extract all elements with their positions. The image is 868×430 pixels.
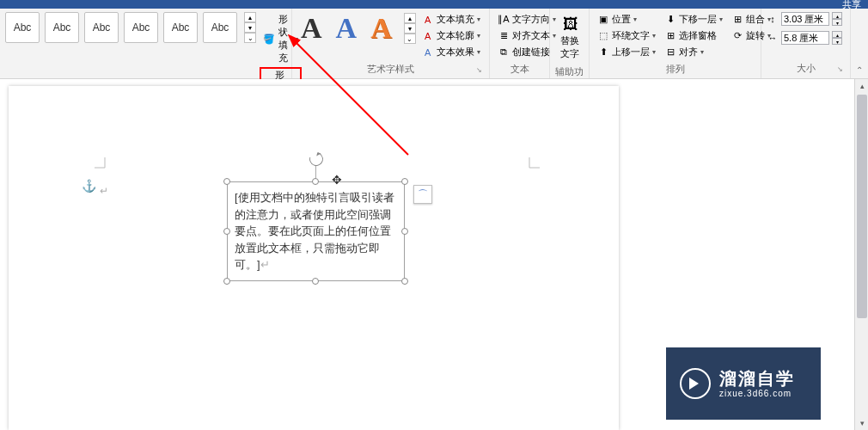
alt-text-button[interactable]: 🖼 替换文字 <box>555 12 586 62</box>
move-cursor-icon: ✥ <box>332 173 342 187</box>
resize-handle[interactable] <box>401 178 408 185</box>
width-input[interactable] <box>781 31 829 45</box>
resize-handle[interactable] <box>312 178 319 185</box>
text-fill-icon: A <box>422 14 434 26</box>
width-field[interactable]: ↔ ▴▾ <box>767 31 842 45</box>
wrap-icon: ⬚ <box>597 30 609 42</box>
scrollbar-thumb[interactable] <box>857 95 867 318</box>
selection-pane-button[interactable]: ⊞选择窗格 <box>662 28 725 43</box>
group-icon: ⊞ <box>731 14 743 26</box>
align-icon: ⊟ <box>664 46 676 58</box>
rotate-handle-icon[interactable] <box>307 150 326 169</box>
paragraph-mark-icon: ↵ <box>260 258 270 271</box>
document-area: ⚓ ↵ [使用文档中的独特引言吸引读者的注意力，或者使用此空间强调要点。要在此页… <box>0 79 868 430</box>
group-label-size: 大小 ↘ <box>767 58 845 75</box>
resize-handle[interactable] <box>223 178 230 185</box>
shape-fill-label: 形状填充 <box>278 13 290 64</box>
layout-options-icon: ⌒ <box>418 187 428 202</box>
position-icon: ▣ <box>597 14 609 26</box>
gallery-scroll[interactable]: ▴▾⌄ <box>244 12 256 43</box>
dialog-launcher-icon[interactable]: ↘ <box>476 66 482 74</box>
scroll-down-icon[interactable]: ▾ <box>855 416 868 430</box>
ribbon: Abc Abc Abc Abc Abc Abc ▴▾⌄ 🪣 形状填充 ▾ ✎ 形 <box>0 9 868 79</box>
align-button[interactable]: ⊟对齐▾ <box>662 45 725 59</box>
title-bar: 共享 <box>0 0 868 9</box>
resize-handle[interactable] <box>401 228 408 235</box>
resize-handle[interactable] <box>312 278 319 285</box>
paragraph-mark-icon: ↵ <box>100 185 108 197</box>
height-icon: ↕ <box>767 13 779 25</box>
send-backward-button[interactable]: ⬇下移一层▾ <box>662 12 725 27</box>
wordart-preset[interactable]: A <box>333 12 361 45</box>
group-label-wordart: 艺术字样式 ↘ <box>297 59 484 76</box>
watermark: 溜溜自学 zixue.3d66.com <box>666 347 821 420</box>
height-input[interactable] <box>781 12 829 26</box>
selection-pane-icon: ⊞ <box>664 30 676 42</box>
vertical-scrollbar[interactable]: ▴ ▾ <box>854 79 868 430</box>
text-effects-icon: A <box>422 46 434 58</box>
shape-style-item[interactable]: Abc <box>84 12 119 43</box>
margin-corner-icon <box>93 156 108 171</box>
resize-handle[interactable] <box>223 228 230 235</box>
text-box[interactable]: [使用文档中的独特引言吸引读者的注意力，或者使用此空间强调要点。要在此页面上的任… <box>227 181 405 281</box>
dialog-launcher-icon[interactable]: ↘ <box>837 65 843 73</box>
height-spinner[interactable]: ▴▾ <box>832 12 842 26</box>
play-icon <box>680 368 711 399</box>
resize-handle[interactable] <box>223 278 230 285</box>
anchor-icon: ⚓ <box>82 179 96 193</box>
watermark-title: 溜溜自学 <box>719 368 795 389</box>
gallery-scroll[interactable]: ▴▾⌄ <box>404 13 416 44</box>
position-button[interactable]: ▣位置▾ <box>595 12 658 27</box>
text-effects-button[interactable]: A文本效果▾ <box>419 45 483 59</box>
wordart-gallery[interactable]: A A A ▴▾⌄ <box>297 12 416 45</box>
text-outline-icon: A <box>422 30 434 42</box>
text-direction-icon: ∥A <box>498 14 510 26</box>
rotate-icon: ⟳ <box>731 30 743 42</box>
create-link-button[interactable]: ⧉创建链接 <box>495 45 559 59</box>
alt-text-icon: 🖼 <box>560 14 581 34</box>
watermark-url: zixue.3d66.com <box>719 389 795 399</box>
resize-handle[interactable] <box>401 278 408 285</box>
bring-forward-button[interactable]: ⬆上移一层▾ <box>595 45 658 59</box>
shape-style-gallery[interactable]: Abc Abc Abc Abc Abc Abc ▴▾⌄ <box>5 12 256 43</box>
shape-style-item[interactable]: Abc <box>45 12 79 43</box>
wordart-preset[interactable]: A <box>297 12 326 45</box>
text-fill-button[interactable]: A文本填充▾ <box>419 12 483 27</box>
shape-style-item[interactable]: Abc <box>124 12 158 43</box>
link-icon: ⧉ <box>498 46 510 58</box>
textbox-content: [使用文档中的独特引言吸引读者的注意力，或者使用此空间强调要点。要在此页面上的任… <box>235 191 394 271</box>
text-direction-button[interactable]: ∥A文字方向▾ <box>495 12 559 27</box>
layout-options-button[interactable]: ⌒ <box>413 185 432 204</box>
text-outline-button[interactable]: A文本轮廓▾ <box>419 28 483 43</box>
shape-style-item[interactable]: Abc <box>5 12 40 43</box>
height-field[interactable]: ↕ ▴▾ <box>767 12 842 26</box>
width-spinner[interactable]: ▴▾ <box>832 31 842 45</box>
group-label-arrange: 排列 <box>595 59 755 76</box>
page[interactable]: ⚓ ↵ [使用文档中的独特引言吸引读者的注意力，或者使用此空间强调要点。要在此页… <box>9 86 619 430</box>
align-text-icon: ≣ <box>498 30 510 42</box>
collapse-ribbon-icon[interactable]: ⌃ <box>856 65 863 75</box>
paint-bucket-icon: 🪣 <box>263 33 275 45</box>
scroll-up-icon[interactable]: ▴ <box>855 79 868 93</box>
wrap-text-button[interactable]: ⬚环绕文字▾ <box>595 28 658 43</box>
align-text-button[interactable]: ≣对齐文本▾ <box>495 28 559 43</box>
send-backward-icon: ⬇ <box>664 14 676 26</box>
width-icon: ↔ <box>767 32 779 44</box>
shape-style-item[interactable]: Abc <box>163 12 198 43</box>
margin-corner-icon <box>528 156 543 171</box>
shape-style-item[interactable]: Abc <box>203 12 237 43</box>
wordart-preset[interactable]: A <box>367 12 395 45</box>
group-label-text: 文本 <box>495 59 544 76</box>
bring-forward-icon: ⬆ <box>597 46 609 58</box>
